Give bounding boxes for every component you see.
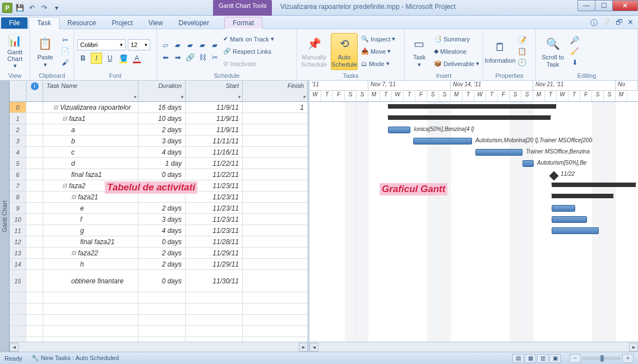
- redo-icon[interactable]: ↷: [39, 3, 49, 13]
- zoom-out-icon[interactable]: −: [570, 354, 581, 363]
- row-header-corner[interactable]: [10, 81, 26, 101]
- table-row[interactable]: 11g4 days11/23/11: [10, 225, 308, 236]
- table-row[interactable]: 6final faza10 days11/22/11: [10, 169, 308, 180]
- gantt-bar[interactable]: [523, 160, 534, 167]
- format-painter-icon[interactable]: 🖌: [60, 58, 70, 68]
- tab-format[interactable]: Format: [224, 17, 262, 29]
- fontcolor-button[interactable]: A: [131, 53, 142, 64]
- col-duration[interactable]: Duration▾: [138, 81, 186, 101]
- split-icon[interactable]: ✂: [210, 53, 220, 63]
- tab-developer[interactable]: Developer: [171, 17, 218, 29]
- table-body[interactable]: Tabelul de activitati 0⊟Vizualizarea rap…: [10, 102, 308, 342]
- font-name-combo[interactable]: Colibri▾: [77, 39, 126, 50]
- view-usage-icon[interactable]: ▦: [525, 354, 536, 363]
- milestone-icon[interactable]: [549, 171, 559, 181]
- minimize-ribbon-icon[interactable]: ⓘ: [590, 18, 598, 28]
- underline-button[interactable]: U: [104, 53, 115, 64]
- table-row[interactable]: 14h2 days11/29/11: [10, 259, 308, 270]
- gantt-bar[interactable]: [388, 104, 556, 109]
- respect-links-button[interactable]: 🔗Respect Links: [223, 46, 274, 57]
- gantt-bar[interactable]: [388, 127, 410, 133]
- gantt-bar[interactable]: [552, 227, 599, 234]
- indent-icon[interactable]: ➡: [173, 53, 183, 63]
- summary-button[interactable]: 📑 Summary: [434, 34, 479, 45]
- pct25-icon[interactable]: ▰: [173, 40, 183, 50]
- table-row[interactable]: 9e2 days11/23/11: [10, 203, 308, 214]
- table-row[interactable]: 3b3 days11/11/11: [10, 136, 308, 147]
- close-button[interactable]: ✕: [612, 0, 638, 11]
- copy-icon[interactable]: 📄: [60, 46, 70, 57]
- window-restore-icon[interactable]: 🗗: [616, 18, 623, 28]
- table-row[interactable]: 4c4 days11/16/11: [10, 147, 308, 158]
- scroll-right-icon[interactable]: ▸: [299, 343, 308, 352]
- pct0-icon[interactable]: ▱: [160, 40, 170, 50]
- outdent-icon[interactable]: ⬅: [160, 53, 170, 63]
- table-row[interactable]: 0⊟Vizualizarea rapoartelor16 days11/9/11…: [10, 102, 308, 113]
- gantt-bar[interactable]: [552, 205, 575, 212]
- minimize-button[interactable]: —: [577, 0, 595, 11]
- table-row[interactable]: 15obtinere finantare0 days11/30/11: [10, 270, 308, 292]
- gantt-bar[interactable]: [413, 138, 472, 144]
- view-gantt-icon[interactable]: ▤: [512, 354, 524, 363]
- find-icon[interactable]: 🔎: [570, 35, 580, 45]
- auto-schedule-button[interactable]: ⟲Auto Schedule: [331, 33, 358, 70]
- bold-button[interactable]: B: [77, 53, 89, 64]
- cut-icon[interactable]: ✂: [60, 35, 70, 45]
- gantt-chart-button[interactable]: 📊Gantt Chart▾: [3, 33, 26, 70]
- maximize-button[interactable]: ☐: [595, 0, 613, 11]
- unlink-icon[interactable]: ⛓: [197, 53, 207, 63]
- status-newtasks[interactable]: 🔧 New Tasks : Auto Scheduled: [31, 354, 119, 362]
- mark-on-track-button[interactable]: ✔Mark on Track ▾: [223, 34, 274, 45]
- tab-project[interactable]: Project: [104, 17, 140, 29]
- tab-task[interactable]: Task: [29, 17, 59, 29]
- timeline-add-icon[interactable]: 🕘: [517, 58, 527, 68]
- information-button[interactable]: 🗒Information: [487, 33, 514, 70]
- table-row[interactable]: 12final faza210 days11/28/11: [10, 236, 308, 248]
- gantt-bar[interactable]: [475, 149, 523, 156]
- gantt-bar[interactable]: [552, 194, 613, 198]
- col-finish[interactable]: Finish▾: [243, 81, 308, 101]
- save-icon[interactable]: 💾: [15, 3, 25, 13]
- table-row[interactable]: 1⊟faza110 days11/9/11: [10, 113, 308, 124]
- zoom-slider[interactable]: [582, 357, 621, 360]
- milestone-button[interactable]: ◆ Milestone: [434, 46, 479, 57]
- zoom-in-icon[interactable]: +: [622, 354, 634, 363]
- table-row[interactable]: 10f3 days11/23/11: [10, 214, 308, 225]
- notes-icon[interactable]: 📝: [517, 35, 527, 45]
- file-tab[interactable]: File: [1, 17, 27, 29]
- pct50-icon[interactable]: ▰: [185, 40, 195, 50]
- inactivate-button[interactable]: ⊘Inactivate: [223, 58, 274, 69]
- view-team-icon[interactable]: ▥: [537, 354, 548, 363]
- scroll-right-icon[interactable]: ▸: [629, 343, 638, 352]
- details-icon[interactable]: 📋: [517, 46, 527, 57]
- undo-icon[interactable]: ↶: [27, 3, 37, 13]
- table-row[interactable]: 2a2 days11/9/11: [10, 124, 308, 136]
- pct75-icon[interactable]: ▰: [197, 40, 207, 50]
- italic-button[interactable]: I: [91, 53, 102, 64]
- scroll-left-icon[interactable]: ◂: [309, 343, 318, 352]
- gantt-hscrollbar[interactable]: ◂ ▸: [309, 342, 638, 352]
- table-row[interactable]: 13⊟faza222 days11/29/11: [10, 248, 308, 259]
- scroll-to-task-button[interactable]: 🔍Scroll to Task: [539, 33, 566, 70]
- deliverable-button[interactable]: 📦 Deliverable ▾: [434, 58, 479, 69]
- clear-icon[interactable]: 🧹: [570, 46, 580, 57]
- view-strip[interactable]: Gantt Chart: [0, 81, 10, 352]
- scroll-left-icon[interactable]: ◂: [10, 343, 19, 352]
- fill-icon[interactable]: ⬇: [570, 58, 580, 68]
- task-insert-button[interactable]: ▭Task▾: [408, 33, 431, 70]
- pct100-icon[interactable]: ▰: [210, 40, 220, 50]
- gantt-bar[interactable]: [388, 115, 551, 120]
- window-close-icon[interactable]: ✕: [627, 18, 634, 28]
- inspect-button[interactable]: 🔍 Inspect ▾: [361, 34, 395, 45]
- col-task-name[interactable]: Task Name▾: [43, 81, 138, 101]
- tab-view[interactable]: View: [141, 17, 171, 29]
- move-button[interactable]: 📥 Move ▾: [361, 46, 395, 57]
- gantt-bar[interactable]: [552, 183, 636, 187]
- qat-more-icon[interactable]: ▾: [52, 3, 62, 13]
- col-start[interactable]: Start▾: [186, 81, 243, 101]
- col-info[interactable]: i: [26, 81, 43, 101]
- link-icon[interactable]: 🔗: [185, 53, 195, 63]
- view-resource-icon[interactable]: ▣: [549, 354, 561, 363]
- font-size-combo[interactable]: 12▾: [128, 39, 150, 50]
- help-icon[interactable]: ❔: [602, 18, 611, 28]
